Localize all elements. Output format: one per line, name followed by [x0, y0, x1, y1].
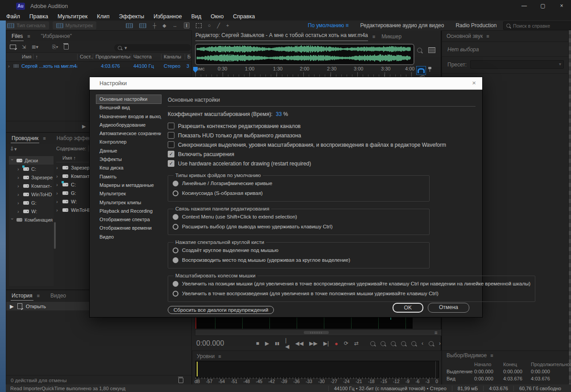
expand-chevron-icon[interactable]: ›	[8, 63, 12, 69]
chevron-right-icon[interactable]: ›	[17, 200, 21, 206]
menu-multitrack[interactable]: Мультитрек	[58, 13, 87, 20]
tab-essential-sound[interactable]: Основной звук	[447, 33, 483, 39]
preset-dropdown[interactable]: ▾	[470, 60, 564, 69]
tree-item-drive[interactable]: › WinToHD	[9, 190, 54, 198]
pref-category[interactable]: Playback and Recording	[96, 207, 161, 215]
radio[interactable]	[173, 257, 178, 263]
pref-category[interactable]: Мультитрек	[96, 190, 161, 198]
cancel-button[interactable]: Отмена	[428, 303, 469, 313]
waveform-display-bottom[interactable]	[195, 317, 413, 329]
waveform-display-icon[interactable]	[126, 23, 133, 28]
zoom-navigator[interactable]: ≣	[195, 329, 442, 336]
radio[interactable]	[173, 248, 178, 253]
loop-button[interactable]: ⟳	[344, 340, 348, 347]
pref-category[interactable]: Контроллер	[96, 138, 161, 146]
tree-item-combination[interactable]: › Комбинация	[9, 215, 54, 224]
new-item-icon[interactable]: ⊞▾	[32, 44, 38, 50]
trash-icon[interactable]	[64, 44, 69, 50]
pref-category[interactable]: Мультитрек клипы	[96, 198, 161, 207]
tab-browser[interactable]: Проводник	[11, 133, 39, 143]
essential-sound-menu-icon[interactable]: ≡	[486, 33, 489, 39]
zoom-selection-button-icon[interactable]	[429, 341, 434, 346]
pref-category[interactable]: Отображение спектра	[96, 215, 161, 224]
pref-category[interactable]: Внешний вид	[96, 103, 161, 112]
radio[interactable]	[173, 190, 178, 196]
tree-item-drive[interactable]: › W:	[9, 207, 54, 215]
pref-category[interactable]: Эффекты	[96, 155, 161, 164]
files-search-input[interactable]: ▾	[114, 44, 191, 51]
lasso-tool-icon[interactable]: ○	[208, 23, 211, 28]
timeline-ruler[interactable]: чмс 0:30 1:00 1:30 2:00 2:30 3:00 3:30 4…	[192, 65, 414, 77]
maximize-button[interactable]: ▢	[534, 0, 552, 12]
navigator-settings-icon[interactable]: ≣	[434, 330, 438, 335]
workspace-tab-radio-production[interactable]: Radio Production	[455, 22, 497, 29]
zoom-in-button-icon[interactable]	[370, 341, 375, 346]
heal-tool-icon[interactable]: +	[226, 23, 229, 28]
chevron-down-icon[interactable]: ›	[10, 218, 15, 222]
menu-view[interactable]: Вид	[191, 13, 202, 20]
pin-marker-icon[interactable]	[428, 67, 431, 72]
pref-category[interactable]: Память	[96, 173, 161, 181]
menu-edit[interactable]: Правка	[29, 13, 48, 20]
stop-button[interactable]: ■	[256, 340, 259, 347]
radio[interactable]	[173, 281, 178, 287]
chevron-right-icon[interactable]: ›	[17, 209, 21, 214]
pref-category[interactable]: Автоматическое сохранение	[96, 129, 161, 138]
menu-favorites[interactable]: Избранное	[153, 13, 182, 20]
pause-button[interactable]: ▮▮	[275, 341, 279, 346]
import-file-icon[interactable]: ⇲	[22, 44, 26, 50]
preview-play-button[interactable]: ▶	[82, 124, 86, 129]
file-row[interactable]: › Сергей ...хоть на миг.m4a 4:03.676 441…	[6, 62, 191, 70]
files-panel-menu-icon[interactable]: ≡	[27, 33, 30, 39]
tree-item-drive[interactable]: › Зарезере	[9, 173, 54, 182]
tab-selection-view[interactable]: Выбор/Видимое	[447, 352, 487, 359]
open-folder-icon[interactable]	[10, 45, 16, 49]
forward-button[interactable]: ▶▶	[309, 340, 317, 347]
selection-panel-menu-icon[interactable]: ≡	[490, 353, 493, 358]
radio[interactable]	[173, 214, 178, 220]
radio[interactable]	[173, 181, 178, 186]
tab-video[interactable]: Видео	[50, 293, 66, 299]
tree-item-drive[interactable]: › C:	[9, 165, 54, 173]
play-button[interactable]: ▶	[265, 340, 269, 347]
brush-tool-icon[interactable]: ╱	[217, 23, 220, 29]
reset-warnings-button[interactable]: Сбросить все диалоги предупреждений	[168, 306, 274, 314]
navigator-handle[interactable]	[304, 331, 329, 334]
checkbox[interactable]	[168, 123, 174, 129]
checkbox[interactable]: ✓	[168, 160, 174, 167]
pref-category[interactable]: Основные настройки	[96, 95, 161, 103]
playhead-line[interactable]	[195, 317, 196, 329]
menu-window[interactable]: Окно	[211, 13, 223, 20]
zoom-factor-value[interactable]: 33	[276, 111, 281, 117]
pref-category[interactable]: Отображение времени	[96, 224, 161, 232]
zoom-reset-icon[interactable]	[417, 48, 422, 53]
time-display[interactable]: 0:00.000	[196, 339, 243, 347]
skip-end-button[interactable]: ▶|	[323, 340, 329, 347]
minimize-button[interactable]: —	[515, 0, 534, 12]
menu-clip[interactable]: Клип	[97, 13, 109, 20]
pref-category[interactable]: Аудиооборудование	[96, 121, 161, 129]
tab-history[interactable]: История	[11, 291, 33, 301]
zoom-out-button-icon[interactable]	[381, 341, 385, 346]
skip-start-button[interactable]: |◀	[285, 337, 290, 350]
marquee-tool-icon[interactable]	[196, 23, 202, 28]
waveform-view-button[interactable]: Тип сигнала	[4, 21, 49, 29]
chevron-right-icon[interactable]: ›	[17, 192, 21, 197]
tree-scrollbar[interactable]	[54, 222, 56, 249]
workspace-menu-icon[interactable]: ≡	[346, 22, 349, 29]
browser-panel-menu-icon[interactable]: ≡	[43, 136, 46, 141]
skip-selection-button[interactable]: ⇄	[354, 340, 359, 347]
workspace-tab-audio-for-video[interactable]: Редактирование аудио для видео	[360, 22, 444, 29]
workspace-tab-default[interactable]: По умолчанию ≡	[308, 22, 349, 29]
menu-file[interactable]: Файл	[6, 13, 20, 20]
pref-category[interactable]: Кеш диска	[96, 164, 161, 172]
tree-item-drive[interactable]: › G:	[9, 198, 54, 207]
zoom-out-time-button-icon[interactable]	[401, 341, 406, 346]
pref-category[interactable]: Данные	[96, 147, 161, 155]
slip-tool-icon[interactable]: ↔	[173, 23, 178, 28]
ok-button[interactable]: OK	[393, 303, 423, 313]
tab-files[interactable]: Files	[11, 31, 24, 41]
menu-effects[interactable]: Эффекты	[119, 13, 144, 20]
pref-category[interactable]: Назначение входов и выходов	[96, 112, 161, 121]
menu-help[interactable]: Справка	[233, 13, 255, 20]
